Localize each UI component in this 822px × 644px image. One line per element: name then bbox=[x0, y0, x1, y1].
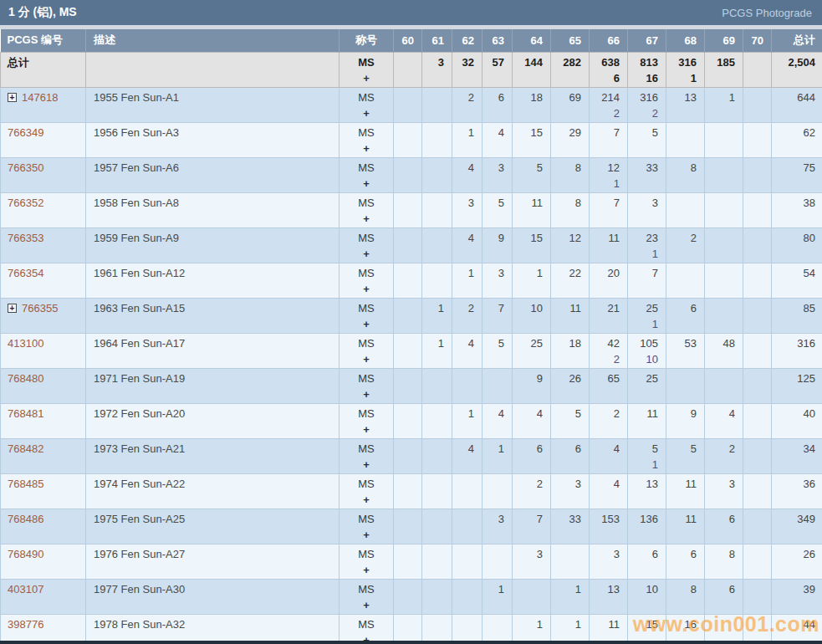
grade-61-cell bbox=[422, 263, 452, 298]
pcgs-number-link[interactable]: 766354 bbox=[8, 267, 43, 279]
grade-68-cell: 6 bbox=[666, 298, 705, 333]
designation-cell: MS+ bbox=[340, 192, 394, 227]
grade-63-cell: 1 bbox=[482, 438, 513, 473]
designation-cell: MS+ bbox=[340, 368, 394, 403]
grade-69-cell bbox=[705, 157, 743, 192]
pcgs-number-link[interactable]: 768480 bbox=[8, 372, 43, 385]
grade-60-cell bbox=[394, 122, 422, 157]
grade-70-cell bbox=[743, 368, 772, 403]
grade-66-cell: 20 bbox=[590, 263, 628, 298]
pcgs-number-link[interactable]: 413100 bbox=[8, 337, 43, 350]
grade-63-cell: 3 bbox=[482, 263, 513, 298]
grade-63-cell bbox=[482, 368, 513, 403]
pcgs-number-link[interactable]: 768481 bbox=[8, 407, 43, 420]
grade-65-cell: 12 bbox=[551, 227, 590, 263]
grade-69-cell: 48 bbox=[705, 333, 743, 368]
row-total-cell: 125 bbox=[772, 368, 822, 403]
pcgs-number-link[interactable]: 766352 bbox=[8, 197, 43, 209]
photograde-link[interactable]: PCGS Photograde bbox=[722, 7, 812, 19]
grade-61-cell: 1 bbox=[422, 333, 452, 368]
grade-66-cell: 2142 bbox=[590, 87, 628, 122]
coin-description-cell: 1977 Fen Sun-A30 bbox=[86, 579, 340, 614]
pcgs-number-link[interactable]: 768482 bbox=[8, 442, 43, 455]
grade-64-cell: 18 bbox=[513, 87, 551, 122]
grade-64-cell: 5 bbox=[513, 157, 551, 192]
column-header-grade-61: 61 bbox=[422, 29, 452, 52]
pcgs-number-link[interactable]: 766355 bbox=[22, 302, 58, 314]
row-total-cell: 80 bbox=[772, 227, 822, 263]
row-total-cell: 316 bbox=[772, 333, 822, 368]
row-total-cell: 349 bbox=[772, 509, 822, 544]
expand-varieties-icon[interactable]: + bbox=[8, 304, 17, 313]
grade-67-cell: 10 bbox=[628, 579, 666, 614]
grade-68-cell: 11 bbox=[666, 509, 705, 544]
pcgs-number-link[interactable]: 403107 bbox=[8, 583, 43, 595]
grade-70-cell bbox=[743, 473, 772, 509]
column-header-grade-70: 70 bbox=[743, 29, 772, 52]
grade-68-cell: 13 bbox=[666, 87, 705, 122]
grade-64-cell bbox=[513, 579, 551, 614]
grade-61-cell bbox=[422, 544, 452, 579]
grade-69-cell: 4 bbox=[705, 403, 743, 438]
pcgs-number-link[interactable]: 766349 bbox=[8, 126, 43, 139]
grade-62-cell: 32 bbox=[452, 52, 482, 87]
grade-70-cell bbox=[743, 87, 772, 122]
totals-label-cell: 总计 bbox=[1, 52, 86, 87]
designation-cell: MS+ bbox=[340, 227, 394, 263]
grade-66-cell: 7 bbox=[590, 192, 628, 227]
grade-62-cell bbox=[452, 544, 482, 579]
column-header-grade-60: 60 bbox=[394, 29, 422, 52]
page-title: 1 分 (铝), MS bbox=[8, 5, 77, 20]
grade-67-cell: 7 bbox=[628, 263, 666, 298]
coin-description-cell: 1972 Fen Sun-A20 bbox=[86, 403, 340, 438]
grade-63-cell: 5 bbox=[482, 333, 513, 368]
watermark: www.coin001.com bbox=[633, 612, 819, 636]
coin-description-cell bbox=[86, 52, 340, 87]
pcgs-number-link[interactable]: 147618 bbox=[22, 91, 58, 104]
coin-description-cell: 1956 Fen Sun-A3 bbox=[86, 122, 340, 157]
grade-66-cell: 13 bbox=[590, 579, 628, 614]
table-row: 7684861975 Fen Sun-A25MS+ 3 7 33 153 136… bbox=[1, 509, 822, 544]
grade-70-cell bbox=[743, 227, 772, 263]
designation-cell: MS+ bbox=[340, 52, 394, 87]
grade-67-cell: 11 bbox=[628, 403, 666, 438]
grade-68-cell: 11 bbox=[666, 473, 705, 509]
grade-70-cell bbox=[743, 157, 772, 192]
grade-64-cell: 11 bbox=[513, 192, 551, 227]
row-total-cell: 85 bbox=[772, 298, 822, 333]
pcgs-number-link[interactable]: 398776 bbox=[8, 618, 43, 631]
grade-60-cell bbox=[394, 263, 422, 298]
grade-66-cell: 65 bbox=[590, 368, 628, 403]
pcgs-number-cell: 768485 bbox=[1, 473, 86, 509]
grade-64-cell: 6 bbox=[513, 438, 551, 473]
grade-67-cell: 3 bbox=[628, 192, 666, 227]
grade-63-cell bbox=[482, 614, 513, 644]
pcgs-number-link[interactable]: 768485 bbox=[8, 478, 43, 490]
pcgs-number-cell: 403107 bbox=[1, 579, 86, 614]
grade-65-cell: 1 bbox=[551, 579, 590, 614]
table-row: 7684811972 Fen Sun-A20MS+ 1 4 4 5 2 11 9… bbox=[1, 403, 822, 438]
pcgs-number-cell: 768490 bbox=[1, 544, 86, 579]
grade-61-cell bbox=[422, 122, 452, 157]
pcgs-number-link[interactable]: 768486 bbox=[8, 513, 43, 525]
column-header-grade-65: 65 bbox=[551, 29, 590, 52]
grade-64-cell: 3 bbox=[513, 544, 551, 579]
grade-70-cell bbox=[743, 122, 772, 157]
grade-63-cell: 9 bbox=[482, 227, 513, 263]
grade-67-cell: 5 bbox=[628, 122, 666, 157]
pcgs-number-cell: 766350 bbox=[1, 157, 86, 192]
grade-65-cell bbox=[551, 544, 590, 579]
pcgs-number-link[interactable]: 766350 bbox=[8, 161, 43, 174]
grade-60-cell bbox=[394, 473, 422, 509]
pcgs-number-link[interactable]: 768490 bbox=[8, 548, 43, 560]
expand-varieties-icon[interactable]: + bbox=[8, 93, 17, 102]
pcgs-number-link[interactable]: 766353 bbox=[8, 232, 43, 244]
grade-64-cell: 1 bbox=[513, 263, 551, 298]
grade-62-cell bbox=[452, 473, 482, 509]
grade-69-cell bbox=[705, 122, 743, 157]
column-header-total: 总计 bbox=[772, 29, 822, 52]
grade-62-cell bbox=[452, 509, 482, 544]
grade-67-cell: 10510 bbox=[628, 333, 666, 368]
grade-65-cell: 11 bbox=[551, 298, 590, 333]
grade-66-cell: 6386 bbox=[590, 52, 628, 87]
